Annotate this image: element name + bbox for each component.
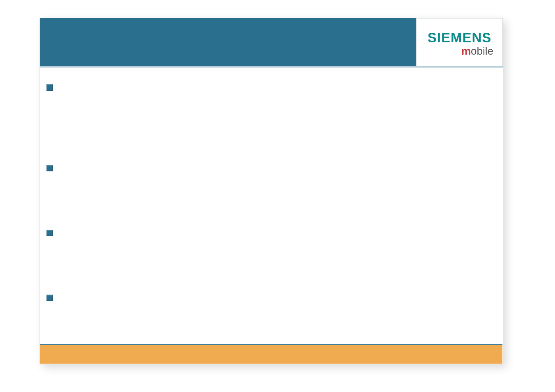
bullet-text — [58, 83, 493, 149]
bullet-square-icon — [46, 230, 53, 236]
bullet-text — [58, 164, 493, 213]
bullet-text — [58, 293, 493, 334]
logo-panel: SIEMENS mobile — [416, 18, 503, 66]
slide-canvas: SIEMENS mobile — [0, 0, 555, 392]
slide-body — [40, 67, 503, 344]
bullet-text — [58, 228, 493, 278]
mobile-m-glyph: m — [461, 45, 471, 57]
mobile-wordmark: mobile — [461, 45, 502, 57]
mobile-rest: obile — [471, 45, 493, 57]
bullet-square-icon — [46, 165, 53, 171]
title-band — [40, 18, 416, 66]
bullet-square-icon — [46, 84, 53, 91]
slide-title — [50, 30, 407, 59]
bullet-square-icon — [46, 295, 53, 301]
siemens-wordmark: SIEMENS — [428, 31, 492, 44]
slide: SIEMENS mobile — [40, 18, 503, 364]
slide-footer-bar — [40, 344, 502, 364]
slide-header: SIEMENS mobile — [40, 18, 503, 67]
